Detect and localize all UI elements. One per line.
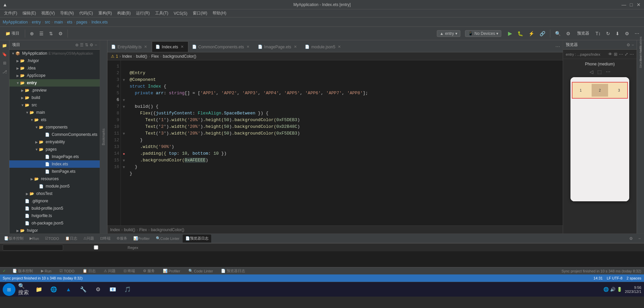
tree-item-itempage[interactable]: ▶ 📄 ItemPage.ets [9,168,100,175]
taskbar-vs-btn[interactable]: ▲ [62,284,75,296]
close-btn[interactable]: ✕ [636,2,641,7]
menu-file[interactable]: 文件(F) [1,10,20,17]
tab-index-ets[interactable]: 📄 Index.ets ✕ [152,41,188,52]
previewer-eye-icon[interactable]: 👁 [608,52,612,57]
side-icon-bookmarks[interactable]: 🔖 [1,50,9,58]
bottom-log-btn[interactable]: 📋 日志 [81,268,97,273]
tree-item-entryability[interactable]: ▶ 📂 entryability [9,138,100,146]
console-regex-checkbox[interactable] [66,245,126,250]
tree-item-pages[interactable]: ▼ 📂 pages [9,146,100,153]
toolbar-add-btn[interactable]: ⊕ [28,30,36,37]
bc-flex[interactable]: Flex [151,54,159,59]
tab-modulejson5-close[interactable]: ✕ [337,45,342,49]
bottom-issues-btn[interactable]: ⚠ 问题 [102,268,117,273]
systray-volume[interactable]: 🔊 [610,287,615,292]
console-tab-run[interactable]: ▶ Run [27,235,42,243]
taskbar-app4-btn[interactable]: 📧 [107,284,119,296]
tree-item-src[interactable]: ▼ 📂 src [9,101,100,109]
taskbar-app5-btn[interactable]: 🎵 [122,284,134,296]
menu-build[interactable]: 构建(B) [114,10,133,17]
previewer-rotate-btn[interactable]: ↻ [604,30,612,37]
menu-tools[interactable]: 工具(T) [152,10,171,17]
systray-battery[interactable]: 🔋 [617,287,622,292]
tree-item-ohostest[interactable]: ▶ 📂 ohosTest [9,190,100,197]
console-tab-profiler[interactable]: 📊 Profiler [131,235,152,243]
side-icon-structure[interactable]: ⊞ [1,59,9,67]
tree-item-idea[interactable]: ▶ 📂 .idea [9,64,100,72]
side-icon-project[interactable]: 📁 [1,42,9,50]
breadcrumb-pages[interactable]: pages [76,20,87,24]
run-button[interactable]: ▶ [506,30,514,37]
attach-btn[interactable]: 🔗 [538,30,547,37]
toolbar-settings-btn[interactable]: ⚙ [56,30,65,37]
breadcrumb-app[interactable]: MyApplication [3,20,28,24]
breadcrumb-ets[interactable]: ets [67,20,72,24]
console-settings-btn[interactable]: ⚙ [627,236,635,242]
tree-item-buildprofile-entry[interactable]: ▶ 📄 build-profile.json5 [9,205,100,212]
previewer-down-btn[interactable]: ⬇ [613,30,622,37]
bc-index[interactable]: Index [122,54,132,59]
menu-view[interactable]: 视图(V) [39,10,57,17]
taskbar-files-btn[interactable]: 📁 [33,284,45,296]
bottom-vcs-btn[interactable]: 📑 版本控制 [11,268,34,273]
tab-entryability-close[interactable]: ✕ [143,45,148,49]
bc-backgroundcolor[interactable]: backgroundColor() [163,54,196,59]
tree-item-gitignore-entry[interactable]: ▶ 📄 .gitignore [9,197,100,205]
console-tab-codelinter[interactable]: 🔍 Code Linter [153,235,182,243]
bottom-profiler-btn[interactable]: 📊 Profiler [162,269,182,273]
console-tab-log[interactable]: 📋 日志 [62,235,80,243]
bottom-todo-btn[interactable]: ☑ TODO [58,269,76,273]
toolbar-project-btn[interactable]: 📁 项目 [3,29,22,38]
tab-more-btn[interactable]: ⋯ [553,41,563,52]
menu-edit[interactable]: 编辑(E) [20,10,39,17]
bottom-terminal-btn[interactable]: ⊡ 终端 [122,268,136,273]
tree-item-main[interactable]: ▼ 📂 main [9,109,100,116]
previewer-action-minimize[interactable]: − [632,43,634,47]
console-regex-label[interactable]: Regex [66,245,138,250]
console-tab-services[interactable]: ⚙ 服务 [114,235,130,243]
structure-icon[interactable]: Structure [638,59,644,65]
tree-item-ets[interactable]: ▼ 📂 ets [9,116,100,123]
toolbar-sort-btn[interactable]: ⇅ [47,30,55,37]
tab-commoncomponents-close[interactable]: ✕ [246,45,250,49]
tree-item-root[interactable]: ▼ 📦 MyApplication E:\HarmonyOS\MyApplica… [9,50,100,57]
menu-refactor[interactable]: 重构(R) [96,10,115,17]
phone-more-btn[interactable]: ⋯ [606,69,610,74]
menu-window[interactable]: 窗口(W) [190,10,210,17]
previewer-action-settings[interactable]: ⚙ [627,43,630,47]
code-editor[interactable]: @Entry @Component struct Index { private… [127,60,563,225]
entry-dropdown[interactable]: ▲ entry ▾ [437,30,461,37]
tree-item-preview[interactable]: ▶ 📂 .preview [9,87,100,94]
console-tab-terminal[interactable]: ⊡ 终端 [97,235,113,243]
tree-item-hvigor-root[interactable]: ▶ 📂 hvigor [9,227,100,234]
debug-btn[interactable]: 🐛 [515,30,525,37]
tree-item-appscope[interactable]: ▶ 📂 AppScope [9,72,100,79]
menu-nav[interactable]: 导航(N) [57,10,77,17]
minimize-btn[interactable]: — [621,2,627,7]
console-tab-vcs[interactable]: 📑 版本控制 [1,235,26,243]
taskbar-edge-btn[interactable]: 🌐 [48,284,60,296]
side-icon-git[interactable]: ⎇ [1,68,9,76]
search-everywhere-btn[interactable]: 🔍 [553,30,563,37]
bottom-codelinter-btn[interactable]: 🔍 Code Linter [187,269,215,273]
breadcrumb-module[interactable]: entry [32,20,41,24]
previewer-expand-icon[interactable]: ⤢ [625,52,628,57]
bottom-services-btn[interactable]: ⚙ 服务 [142,268,156,273]
menu-help[interactable]: 帮助(H) [210,10,229,17]
phone-back-btn[interactable]: ◁ [590,69,593,74]
tab-entryability[interactable]: 📄 EntryAbility.ts ✕ [107,41,152,52]
menu-vcs[interactable]: VCS(S) [171,10,190,16]
tree-action-settings[interactable]: ⚙ [90,43,93,47]
previewer-settings-btn[interactable]: ⚙ [623,30,631,37]
bottom-previewlog-btn[interactable]: 📄 预览器日志 [220,268,246,273]
profile-btn[interactable]: ⚡ [526,30,536,37]
previewer-toggle-btn[interactable]: T↕ [593,30,603,37]
console-close-btn[interactable]: − [636,236,643,242]
tree-action-list[interactable]: ☰ [80,43,84,47]
devices-dropdown[interactable]: 📱 No Devices ▾ [465,30,501,37]
previewer-grid-icon[interactable]: ⋯ [619,52,623,57]
tree-item-hvigor[interactable]: ▶ 📂 .hvigor [9,57,100,64]
taskbar-search-btn[interactable]: 🔍 搜索 [18,284,30,296]
console-tab-previewlog[interactable]: 📄 预览器日志 [183,235,211,243]
tree-item-entry[interactable]: ▼ 📂 entry [9,79,100,87]
